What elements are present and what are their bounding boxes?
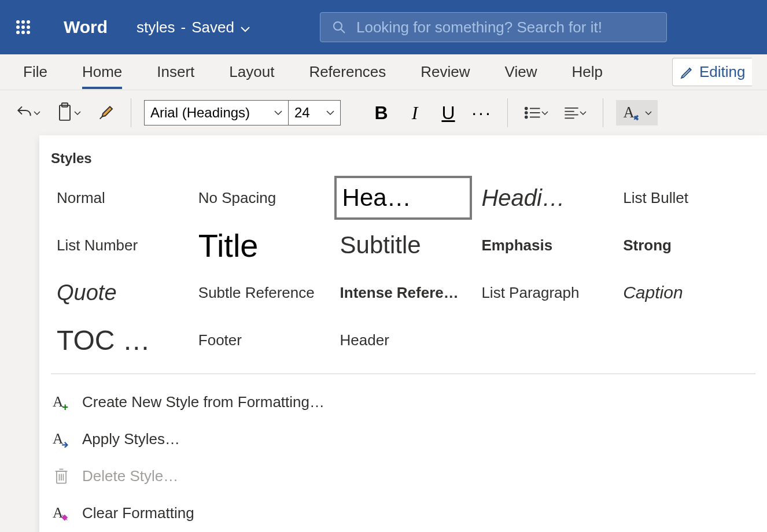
svg-point-13 — [525, 108, 528, 110]
svg-rect-11 — [60, 105, 70, 120]
search-placeholder: Looking for something? Search for it! — [356, 19, 602, 36]
font-name-value: Arial (Headings) — [150, 105, 250, 121]
paintbrush-icon — [96, 104, 115, 122]
save-status: Saved — [191, 19, 234, 36]
style-option[interactable]: List Paragraph — [475, 271, 614, 315]
svg-text:+: + — [62, 401, 68, 411]
tab-references[interactable]: References — [309, 57, 386, 87]
tab-view[interactable]: View — [505, 57, 537, 87]
bold-button[interactable]: B — [368, 102, 394, 124]
svg-line-10 — [341, 29, 345, 33]
action-label: Clear Formatting — [82, 504, 194, 522]
style-option[interactable]: Subtle Reference — [193, 271, 331, 315]
style-option[interactable]: TOC … — [51, 318, 189, 362]
action-label: Delete Style… — [82, 467, 178, 485]
title-bar: Word styles - Saved Looking for somethin… — [0, 0, 767, 54]
styles-button[interactable]: A — [616, 100, 658, 125]
tab-home[interactable]: Home — [82, 57, 122, 87]
chevron-down-icon — [645, 108, 652, 117]
italic-button[interactable]: I — [402, 102, 427, 124]
style-option[interactable]: Footer — [193, 318, 331, 362]
clear-icon: A — [51, 503, 72, 523]
style-option[interactable]: Quote — [51, 271, 189, 315]
editing-mode-button[interactable]: Editing — [672, 58, 753, 86]
svg-text:A: A — [53, 430, 64, 446]
action-label: Create New Style from Formatting… — [82, 393, 325, 411]
tab-file[interactable]: File — [23, 57, 47, 87]
svg-point-3 — [16, 25, 20, 29]
svg-point-1 — [21, 20, 25, 24]
styles-action[interactable]: A+Create New Style from Formatting… — [51, 383, 755, 420]
bullets-button[interactable] — [521, 100, 552, 125]
style-option[interactable]: Emphasis — [475, 223, 614, 267]
chevron-down-icon — [74, 108, 81, 117]
font-name-dropdown[interactable]: Arial (Headings) — [144, 100, 289, 125]
style-option[interactable]: List Number — [51, 223, 189, 267]
style-option[interactable]: Header — [334, 318, 473, 362]
format-painter-button[interactable] — [93, 100, 118, 125]
style-option[interactable]: No Spacing — [193, 176, 331, 220]
style-option[interactable]: Headi… — [475, 176, 614, 220]
ribbon-toolbar: Arial (Headings) 24 B I U ··· A — [0, 90, 767, 135]
tab-review[interactable]: Review — [421, 57, 470, 87]
document-title-dropdown[interactable]: styles - Saved — [137, 19, 250, 36]
style-option[interactable]: Normal — [51, 176, 189, 220]
tab-help[interactable]: Help — [571, 57, 602, 87]
svg-point-0 — [16, 20, 20, 24]
font-size-value: 24 — [294, 105, 310, 121]
chevron-down-icon — [580, 108, 587, 117]
align-icon — [563, 106, 580, 120]
clipboard-icon — [56, 102, 74, 123]
undo-button[interactable] — [12, 100, 44, 125]
styles-actions: A+Create New Style from Formatting…AAppl… — [51, 374, 755, 531]
chevron-down-icon — [541, 108, 548, 117]
tab-layout[interactable]: Layout — [229, 57, 274, 87]
svg-point-7 — [21, 31, 25, 34]
styles-panel-header: Styles — [51, 147, 755, 176]
svg-point-6 — [16, 31, 20, 34]
styles-action: Delete Style… — [51, 457, 755, 494]
chevron-down-icon — [240, 19, 250, 36]
apply-icon: A — [51, 428, 72, 449]
ribbon-tabs: File Home Insert Layout References Revie… — [0, 54, 767, 90]
style-option[interactable]: Strong — [617, 223, 755, 267]
separator — [131, 98, 131, 127]
chevron-down-icon — [274, 110, 282, 116]
svg-point-8 — [27, 31, 30, 34]
style-option[interactable]: Hea… — [334, 176, 473, 220]
delete-icon — [51, 466, 72, 486]
svg-point-15 — [525, 112, 528, 114]
style-option[interactable]: List Bullet — [617, 176, 755, 220]
svg-point-5 — [27, 25, 30, 29]
style-option[interactable]: Caption — [617, 271, 755, 315]
styles-panel: Styles NormalNo SpacingHea…Headi…List Bu… — [39, 135, 767, 532]
font-size-dropdown[interactable]: 24 — [289, 100, 341, 125]
chevron-down-icon — [326, 110, 334, 116]
styles-action[interactable]: AClear Formatting — [51, 494, 755, 531]
new-icon: A+ — [51, 391, 72, 412]
style-option[interactable]: Subtitle — [334, 223, 473, 267]
app-name: Word — [64, 17, 108, 37]
search-icon — [332, 20, 346, 34]
styles-gallery: NormalNo SpacingHea…Headi…List BulletLis… — [51, 176, 755, 374]
style-option[interactable]: Intense Refere… — [334, 271, 473, 315]
tab-insert[interactable]: Insert — [157, 57, 194, 87]
svg-point-17 — [525, 116, 528, 119]
pencil-icon — [680, 65, 695, 80]
editing-label: Editing — [699, 63, 746, 81]
svg-text:A: A — [623, 104, 635, 121]
separator — [507, 98, 508, 127]
paste-button[interactable] — [52, 100, 84, 125]
styles-action[interactable]: AApply Styles… — [51, 420, 755, 457]
alignment-button[interactable] — [560, 100, 590, 125]
more-formatting-button[interactable]: ··· — [469, 102, 495, 124]
chevron-down-icon — [34, 108, 40, 117]
search-input[interactable]: Looking for something? Search for it! — [320, 12, 667, 42]
list-bullet-icon — [524, 105, 541, 120]
svg-point-2 — [27, 20, 30, 24]
style-option[interactable]: Title — [193, 223, 331, 267]
app-launcher-button[interactable] — [12, 16, 35, 39]
undo-icon — [15, 104, 34, 122]
svg-point-9 — [334, 22, 342, 30]
underline-button[interactable]: U — [436, 102, 461, 124]
